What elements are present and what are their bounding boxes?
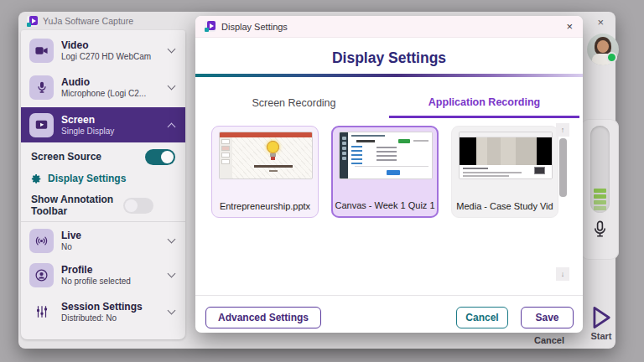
sidebar-item-sub: Logi C270 HD WebCam <box>61 52 161 62</box>
chevron-up-icon <box>168 122 176 131</box>
modal-scrollbar[interactable]: ↑ ↓ <box>556 123 569 281</box>
broadcast-icon <box>29 229 54 253</box>
sidebar-item-label: Profile <box>61 264 161 277</box>
screen-source-row: Screen Source <box>21 146 185 168</box>
tab-screen-recording[interactable]: Screen Recording <box>199 88 389 118</box>
start-button[interactable]: Start <box>587 305 615 341</box>
sidebar-item-label: Video <box>61 39 161 52</box>
microphone-icon <box>29 75 54 100</box>
display-settings-link[interactable]: Display Settings <box>31 173 126 184</box>
gradient-divider <box>195 74 583 77</box>
screen-play-icon <box>29 113 54 137</box>
card-label: Canvas - Week 1 Quiz 1 <box>333 200 437 210</box>
canvas-thumbnail <box>339 132 433 179</box>
status-online-dot <box>606 52 617 63</box>
sliders-icon <box>29 300 54 324</box>
start-label: Start <box>587 331 615 341</box>
modal-titlebar[interactable]: Display Settings <box>195 16 583 38</box>
modal-heading: Display Settings <box>195 49 583 67</box>
sidebar-item-sub: No <box>61 242 161 252</box>
sidebar-divider <box>21 221 185 222</box>
audio-level-meter <box>590 126 610 213</box>
yuja-logo-icon <box>27 16 38 27</box>
footer-divider <box>195 295 583 296</box>
sidebar-item-video[interactable]: Video Logi C270 HD WebCam <box>21 34 185 67</box>
display-settings-modal: Display Settings × Display Settings Scre… <box>195 16 583 333</box>
save-button[interactable]: Save <box>521 307 574 328</box>
card-media-case-study[interactable]: Media - Case Study Vid <box>451 126 558 218</box>
chevron-down-icon <box>168 82 176 90</box>
sidebar-item-sub: No profile selected <box>61 277 161 287</box>
window-cancel-button[interactable]: Cancel <box>524 335 574 345</box>
modal-titlebar-title: Display Settings <box>221 22 288 32</box>
modal-close-icon[interactable]: × <box>566 21 573 32</box>
sidebar-item-live[interactable]: Live No <box>21 224 185 257</box>
person-circle-icon <box>29 263 54 287</box>
modal-cancel-button[interactable]: Cancel <box>456 307 508 328</box>
card-entrepreneurship-pptx[interactable]: Entrepreneurship.pptx <box>211 126 319 218</box>
display-settings-label: Display Settings <box>48 173 126 184</box>
desktop: YuJa Software Capture × Video Logi C270 … <box>0 0 644 362</box>
sidebar-item-sub: Single Display <box>61 127 161 137</box>
sidebar: Video Logi C270 HD WebCam Audio Micropho… <box>21 30 185 339</box>
sidebar-item-label: Session Settings <box>61 301 161 313</box>
sidebar-item-audio[interactable]: Audio Microphone (Logi C2... <box>21 70 185 104</box>
sidebar-item-sub: Distributed: No <box>61 313 161 323</box>
powerpoint-thumbnail <box>219 132 313 179</box>
chevron-down-icon <box>168 45 176 54</box>
window-close-icon[interactable]: × <box>597 17 604 28</box>
video-thumbnail <box>459 132 553 179</box>
sidebar-item-profile[interactable]: Profile No profile selected <box>21 258 185 292</box>
chevron-down-icon <box>168 270 176 278</box>
sidebar-item-sub: Microphone (Logi C2... <box>61 89 161 99</box>
annotation-toolbar-row: Show Annotation Toolbar <box>21 191 185 220</box>
mic-indicator-icon <box>590 220 610 239</box>
tab-application-recording[interactable]: Application Recording <box>389 88 579 118</box>
gear-icon <box>31 173 42 184</box>
recording-tabs: Screen Recording Application Recording <box>199 88 579 118</box>
screen-source-label: Screen Source <box>31 151 145 163</box>
sidebar-item-screen[interactable]: Screen Single Display <box>21 107 185 142</box>
sidebar-item-label: Live <box>61 230 161 242</box>
chevron-down-icon <box>168 307 176 315</box>
screen-source-toggle[interactable] <box>145 149 175 165</box>
sidebar-item-label: Audio <box>61 76 161 89</box>
annotation-label: Show Annotation Toolbar <box>31 194 123 218</box>
scroll-down-icon[interactable]: ↓ <box>556 267 569 281</box>
advanced-settings-button[interactable]: Advanced Settings <box>205 307 321 328</box>
application-cards: Entrepreneurship.pptx <box>211 126 558 218</box>
card-label: Entrepreneurship.pptx <box>212 201 318 211</box>
play-triangle-icon <box>589 305 613 330</box>
sidebar-item-session-settings[interactable]: Session Settings Distributed: No <box>21 295 185 328</box>
video-camera-icon <box>29 39 54 63</box>
card-canvas-week1-quiz[interactable]: Canvas - Week 1 Quiz 1 <box>331 126 439 218</box>
yuja-logo-icon <box>205 21 216 32</box>
sidebar-item-label: Screen <box>61 114 161 127</box>
scrollbar-thumb[interactable] <box>559 138 567 197</box>
annotation-toolbar-toggle[interactable] <box>123 198 153 214</box>
chevron-down-icon <box>168 235 176 244</box>
window-title: YuJa Software Capture <box>43 16 133 26</box>
card-label: Media - Case Study Vid <box>452 201 558 211</box>
scroll-up-icon[interactable]: ↑ <box>556 123 569 137</box>
